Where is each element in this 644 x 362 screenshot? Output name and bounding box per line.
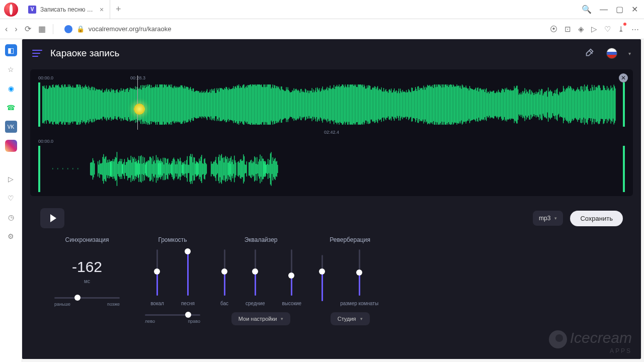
svg-rect-273 — [249, 85, 249, 124]
eq-slider-thumb-1[interactable] — [252, 268, 258, 275]
menu-icon[interactable] — [32, 50, 42, 57]
svg-rect-866 — [161, 161, 162, 177]
svg-rect-746 — [605, 90, 606, 119]
reverb-slider-thumb-0[interactable] — [319, 268, 325, 275]
language-chevron-icon[interactable]: ▾ — [628, 51, 631, 56]
ext-shield-icon[interactable]: ◈ — [578, 25, 584, 34]
svg-rect-363 — [316, 92, 317, 117]
track-end-handle[interactable] — [623, 146, 625, 192]
track-start-handle[interactable] — [38, 82, 40, 127]
sync-slider-thumb[interactable] — [74, 295, 80, 301]
svg-rect-686 — [560, 93, 560, 117]
svg-rect-144 — [151, 85, 151, 124]
svg-rect-350 — [306, 93, 307, 117]
format-dropdown[interactable]: mp3▾ — [533, 211, 563, 226]
sidebar-messenger-icon[interactable]: ◉ — [5, 82, 17, 95]
svg-rect-27 — [63, 86, 63, 123]
opera-logo-icon[interactable] — [4, 3, 18, 17]
svg-rect-372 — [323, 89, 324, 120]
svg-rect-197 — [191, 89, 192, 120]
maximize-icon[interactable]: ▢ — [616, 5, 623, 14]
volume-slider-thumb-0[interactable] — [154, 268, 160, 275]
sidebar-history-icon[interactable]: ◷ — [5, 211, 17, 223]
balance-slider-thumb[interactable] — [185, 312, 191, 318]
sync-unit: мс — [84, 279, 90, 284]
sidebar-vk-icon[interactable]: VK — [5, 121, 17, 133]
back-icon[interactable]: ‹ — [5, 25, 8, 34]
reverb-slider-track-0[interactable] — [321, 255, 323, 301]
svg-rect-944 — [222, 158, 222, 179]
svg-rect-693 — [566, 89, 566, 120]
speed-dial-icon[interactable]: ▦ — [38, 24, 46, 34]
svg-rect-969 — [240, 159, 240, 178]
heart-icon[interactable]: ♡ — [604, 25, 611, 34]
reverb-preset-dropdown[interactable]: Студия▾ — [331, 312, 370, 325]
sidebar-settings-icon[interactable]: ⚙ — [5, 230, 17, 242]
svg-rect-968 — [239, 163, 239, 175]
ext-search-icon[interactable]: ⦿ — [550, 25, 557, 33]
ext-play-icon[interactable]: ▷ — [591, 25, 597, 34]
volume-slider-track-0[interactable] — [156, 249, 158, 296]
reload-icon[interactable]: ⟳ — [25, 24, 31, 34]
new-tab-button[interactable]: + — [110, 0, 126, 19]
svg-rect-438 — [373, 87, 373, 122]
play-button[interactable] — [40, 208, 64, 228]
sidebar-instagram-icon[interactable] — [5, 140, 17, 152]
sidebar-heart-icon[interactable]: ♡ — [5, 192, 17, 204]
browser-tab[interactable]: V Записать песню – караок × — [22, 0, 110, 19]
eq-preset-dropdown[interactable]: Мои настройки▾ — [231, 312, 291, 325]
tab-close-icon[interactable]: × — [100, 6, 104, 14]
svg-rect-320 — [284, 90, 284, 119]
sync-slider[interactable] — [54, 297, 120, 299]
svg-rect-52 — [82, 89, 82, 120]
svg-rect-663 — [543, 96, 543, 114]
playhead[interactable] — [137, 75, 138, 130]
svg-rect-744 — [604, 86, 604, 124]
svg-rect-76 — [100, 89, 100, 120]
svg-rect-426 — [364, 84, 364, 124]
svg-rect-774 — [99, 160, 100, 177]
reverb-slider-thumb-1[interactable] — [356, 269, 362, 276]
search-window-icon[interactable]: 🔍 — [582, 5, 592, 14]
share-icon[interactable] — [584, 48, 595, 59]
eq-slider-thumb-0[interactable] — [221, 268, 227, 275]
sidebar-workspace-icon[interactable]: ◧ — [5, 44, 17, 56]
svg-rect-18 — [56, 84, 56, 124]
window-close-icon[interactable]: ✕ — [631, 5, 638, 14]
svg-rect-286 — [258, 84, 259, 125]
track-end-handle[interactable] — [623, 82, 625, 127]
svg-rect-828 — [135, 162, 136, 176]
eq-slider-track-1[interactable] — [255, 249, 256, 296]
sidebar-whatsapp-icon[interactable]: ☎ — [5, 102, 17, 114]
track-instrumental[interactable] — [38, 82, 625, 127]
svg-rect-900 — [185, 164, 186, 173]
svg-rect-490 — [412, 88, 413, 122]
sidebar-flow-icon[interactable]: ▷ — [5, 173, 17, 185]
svg-rect-714 — [581, 86, 582, 123]
svg-rect-86 — [107, 92, 108, 117]
svg-rect-667 — [546, 91, 546, 118]
address-bar[interactable]: 🔒 vocalremover.org/ru/karaoke — [60, 25, 543, 33]
eq-slider-track-2[interactable] — [291, 249, 292, 296]
eq-slider-track-0[interactable] — [224, 249, 225, 296]
download-icon[interactable]: ⤓ — [618, 25, 624, 34]
forward-icon[interactable]: › — [15, 25, 17, 34]
svg-rect-373 — [324, 90, 325, 119]
svg-rect-339 — [298, 89, 299, 119]
reverb-slider-track-1[interactable] — [359, 249, 360, 296]
save-button[interactable]: Сохранить — [570, 211, 623, 226]
balance-slider[interactable] — [145, 314, 200, 316]
ext-snapshot-icon[interactable]: ⊡ — [565, 25, 571, 34]
eq-slider-thumb-2[interactable] — [288, 273, 294, 279]
track-vocal[interactable] — [38, 146, 625, 192]
svg-rect-816 — [130, 160, 130, 178]
volume-slider-track-1[interactable] — [187, 249, 189, 296]
svg-rect-313 — [279, 86, 279, 123]
easy-setup-icon[interactable]: ⋯ — [631, 25, 639, 34]
sidebar-bookmark-icon[interactable]: ☆ — [5, 63, 17, 75]
volume-slider-thumb-1[interactable] — [185, 248, 191, 254]
language-flag-icon[interactable] — [606, 48, 617, 59]
svg-rect-82 — [104, 90, 105, 119]
minimize-icon[interactable]: — — [600, 5, 608, 14]
track-start-handle[interactable] — [38, 146, 40, 192]
